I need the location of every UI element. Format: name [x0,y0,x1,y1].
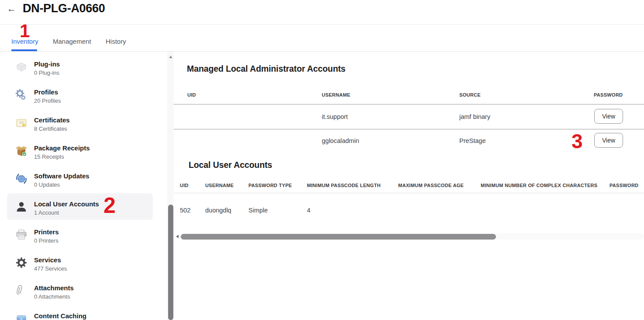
certificate-icon [15,116,28,129]
view-password-button[interactable]: View [594,109,623,124]
annotation-step-2: 2 [103,195,116,216]
table-divider [174,129,644,129]
sidebar-item-count: 477 Services [34,265,67,272]
sidebar-item-content-caching[interactable]: Content Caching [7,305,153,320]
horizontal-scrollbar-thumb[interactable] [181,234,496,240]
tab-management[interactable]: Management [53,38,91,45]
sidebar-item-label: Attachments [34,284,74,292]
local-user-accounts-panel: Managed Local Administrator Accounts UID… [174,52,644,320]
sidebar-scrollbar-thumb[interactable] [168,205,173,320]
sidebar-item-label: Local User Accounts [34,200,99,208]
sidebar-item-count: 1 Account [34,209,99,216]
sidebar-item-count: 8 Certificates [34,125,70,132]
sidebar-item-attachments[interactable]: Attachments 0 Attachments [7,277,153,304]
column-header-max-passcode-age: MAXIMUM PASSCODE AGE [398,183,464,188]
managed-admin-accounts-heading: Managed Local Administrator Accounts [187,64,345,74]
source-cell: jamf binary [459,113,490,120]
sidebar-item-count: 15 Receipts [34,153,90,160]
sidebar-item-package-receipts[interactable]: Package Receipts 15 Receipts [7,137,153,164]
username-cell: gglocaladmin [322,137,359,144]
back-arrow-icon[interactable]: ← [7,3,16,14]
username-cell: it.support [322,113,348,120]
page-header: ← DN-PLG-A0660 [0,0,644,25]
inventory-category-sidebar: Plug-ins 0 Plug-ins Profiles 20 Profiles [0,52,174,320]
sidebar-item-label: Certificates [34,116,70,124]
sidebar-item-local-user-accounts[interactable]: Local User Accounts 1 Account [7,193,153,220]
sidebar-item-count: 0 Updates [34,181,90,188]
sidebar-item-count: 0 Printers [34,237,59,244]
column-header-username: USERNAME [322,92,350,97]
password-type-cell: Simple [248,207,268,214]
sidebar-item-profiles[interactable]: Profiles 20 Profiles [7,81,153,108]
tab-bar: Inventory Management History [0,25,644,52]
sidebar-item-software-updates[interactable]: Software Updates 0 Updates [7,165,153,192]
local-user-accounts-heading: Local User Accounts [189,160,272,170]
server-icon [15,312,28,320]
column-header-password-type: PASSWORD TYPE [248,183,292,188]
username-cell: duongdlq [205,207,231,214]
horizontal-scrollbar [174,233,644,240]
sidebar-item-label: Content Caching [34,312,86,320]
uid-cell: 502 [180,207,190,214]
view-password-button[interactable]: View [594,133,623,148]
sidebar-item-count: 20 Profiles [34,97,61,104]
active-tab-indicator [11,49,37,51]
source-cell: PreStage [459,137,486,144]
sidebar-item-label: Package Receipts [34,144,90,152]
column-header-password: PASSWORD [594,92,623,97]
printer-icon [15,228,28,241]
sidebar-item-services[interactable]: Services 477 Services [7,249,153,276]
package-box-icon [15,144,28,157]
sidebar-item-label: Services [34,256,67,264]
sidebar-item-label: Plug-ins [34,60,60,68]
min-passcode-length-cell: 4 [307,207,310,214]
column-header-min-passcode-length: MINIMUM PASSCODE LENGTH [307,183,381,188]
scroll-left-arrow-icon[interactable] [176,235,179,238]
tab-history[interactable]: History [106,38,126,45]
column-header-username: USERNAME [205,183,234,188]
device-record-window: ← DN-PLG-A0660 Inventory Management Hist… [0,0,644,320]
sidebar-item-certificates[interactable]: Certificates 8 Certificates [7,109,153,136]
table-divider [174,104,644,104]
sidebar-item-count: 0 Attachments [34,293,74,300]
sidebar-item-count: 0 Plug-ins [34,70,60,77]
sidebar-item-label: Software Updates [34,172,90,180]
scroll-up-arrow-icon[interactable] [169,56,172,58]
globe-sync-icon [15,172,28,185]
user-silhouette-icon [15,200,28,213]
table-divider [174,193,644,193]
column-header-source: SOURCE [459,92,481,97]
sidebar-item-label: Profiles [34,88,61,96]
sidebar-item-printers[interactable]: Printers 0 Printers [7,221,153,248]
column-header-min-complex-chars: MINIMUM NUMBER OF COMPLEX CHARACTERS [481,183,597,188]
gear-icon [15,256,28,269]
sidebar-item-plugins[interactable]: Plug-ins 0 Plug-ins [7,53,153,80]
paperclip-icon [15,284,28,297]
page-title: DN-PLG-A0660 [23,2,105,15]
column-header-password: PASSWORD [610,183,638,188]
annotation-step-3: 3 [572,131,583,151]
plugin-brick-icon [15,60,28,73]
column-header-uid: UID [187,92,196,97]
sidebar-item-label: Printers [34,228,59,236]
gears-icon [15,88,28,101]
annotation-step-1: 1 [20,22,30,40]
column-header-uid: UID [180,183,189,188]
